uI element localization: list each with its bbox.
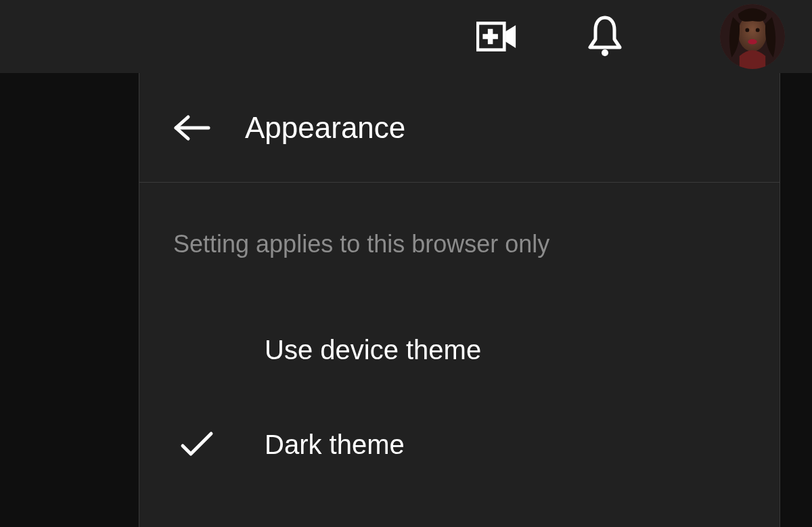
svg-rect-2 xyxy=(482,34,498,39)
create-video-button[interactable] xyxy=(476,16,517,57)
back-button[interactable] xyxy=(173,114,211,141)
check-icon xyxy=(180,431,214,458)
check-slot xyxy=(180,519,221,527)
check-slot xyxy=(180,424,221,465)
topbar xyxy=(0,0,812,73)
panel-body: Setting applies to this browser only Use… xyxy=(139,183,780,527)
option-label: Light theme xyxy=(265,524,406,528)
svg-point-8 xyxy=(756,28,760,32)
spacer xyxy=(139,488,780,495)
option-dark-theme[interactable]: Dark theme xyxy=(139,400,780,488)
arrow-left-icon xyxy=(173,114,211,141)
check-slot xyxy=(180,329,221,370)
spacer xyxy=(139,394,780,400)
option-label: Use device theme xyxy=(265,335,481,365)
appearance-panel: Appearance Setting applies to this brows… xyxy=(139,73,780,527)
notifications-button[interactable] xyxy=(585,16,625,57)
avatar[interactable] xyxy=(720,4,785,69)
avatar-image xyxy=(720,4,785,69)
option-use-device-theme[interactable]: Use device theme xyxy=(139,306,780,394)
option-light-theme[interactable]: Light theme xyxy=(139,495,780,527)
panel-title: Appearance xyxy=(245,111,405,145)
svg-point-3 xyxy=(602,49,608,56)
bell-icon xyxy=(585,15,625,58)
svg-point-7 xyxy=(745,28,749,32)
svg-point-6 xyxy=(748,39,757,45)
panel-hint: Setting applies to this browser only xyxy=(139,230,780,258)
create-video-icon xyxy=(476,20,517,53)
panel-header: Appearance xyxy=(139,73,780,183)
option-label: Dark theme xyxy=(265,430,405,460)
